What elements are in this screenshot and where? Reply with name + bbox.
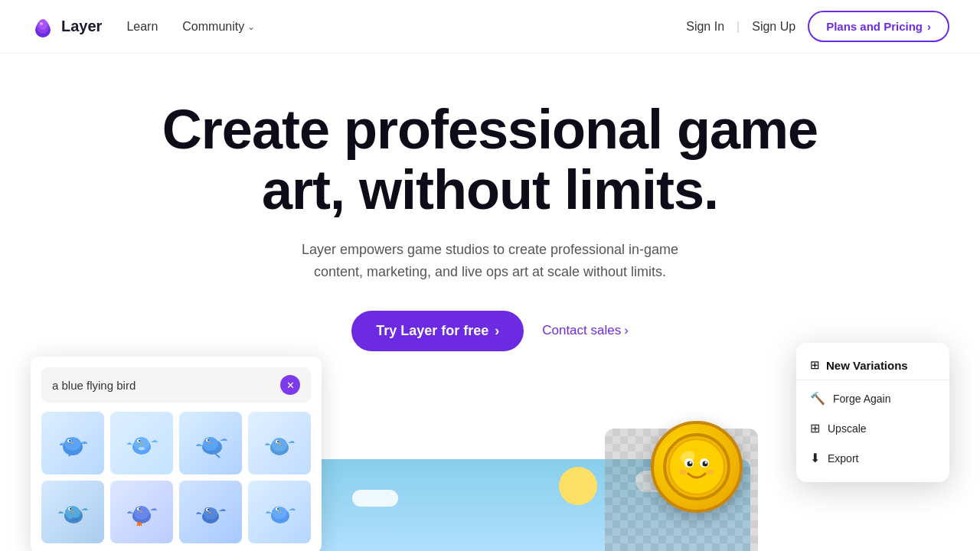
svg-point-14 xyxy=(139,440,140,442)
sign-up-link[interactable]: Sign Up xyxy=(752,20,795,34)
upscale-icon: ⊞ xyxy=(810,421,820,435)
nav-right: Sign In | Sign Up Plans and Pricing › xyxy=(686,11,949,42)
upscale-label: Upscale xyxy=(828,422,867,435)
sun xyxy=(559,467,597,505)
logo-text: Layer xyxy=(61,18,102,35)
svg-point-52 xyxy=(277,508,279,510)
bird-widget: a blue flying bird ✕ xyxy=(31,357,322,551)
chevron-right-icon-contact: › xyxy=(624,323,629,338)
coin-character xyxy=(651,421,743,513)
search-bar: a blue flying bird ✕ xyxy=(41,367,311,403)
forge-icon: 🔨 xyxy=(810,391,825,406)
context-menu-header: ⊞ New Variations xyxy=(796,352,949,380)
nav-community-link[interactable]: Community ⌄ xyxy=(182,20,255,34)
arrow-right-icon: › xyxy=(495,323,499,339)
svg-point-33 xyxy=(70,508,71,510)
hero-ctas: Try Layer for free › Contact sales › xyxy=(351,311,629,351)
bird-cell-8[interactable] xyxy=(248,481,311,543)
context-menu-title: New Variations xyxy=(826,359,908,372)
hero-subtitle: Layer empowers game studios to create pr… xyxy=(276,239,704,283)
bird-cell-5[interactable] xyxy=(41,481,104,543)
navbar: Layer Learn Community ⌄ Sign In | Sign U… xyxy=(0,0,980,54)
contact-sales-link[interactable]: Contact sales › xyxy=(542,323,629,338)
bird-cell-4[interactable] xyxy=(248,412,311,474)
svg-point-27 xyxy=(277,441,279,442)
nav-left: Layer Learn Community ⌄ xyxy=(31,15,255,39)
forge-again-item[interactable]: 🔨 Forge Again xyxy=(796,383,949,413)
svg-point-2 xyxy=(38,19,47,30)
upscale-item[interactable]: ⊞ Upscale xyxy=(796,413,949,443)
cloud-2 xyxy=(352,490,398,507)
svg-point-21 xyxy=(207,439,209,441)
svg-point-63 xyxy=(679,470,687,474)
svg-point-64 xyxy=(707,470,714,474)
svg-point-62 xyxy=(705,461,707,464)
svg-point-46 xyxy=(207,509,209,510)
svg-point-55 xyxy=(669,439,724,494)
chevron-down-icon: ⌄ xyxy=(247,21,255,32)
nav-divider: | xyxy=(737,20,740,34)
svg-point-8 xyxy=(69,440,70,442)
logo-icon xyxy=(31,15,55,39)
bird-cell-2[interactable] xyxy=(110,412,173,474)
svg-point-3 xyxy=(40,22,43,25)
forge-again-label: Forge Again xyxy=(833,393,891,405)
new-variations-icon: ⊞ xyxy=(810,358,820,372)
logo[interactable]: Layer xyxy=(31,15,102,39)
bird-cell-1[interactable] xyxy=(41,412,104,474)
search-close-button[interactable]: ✕ xyxy=(280,375,300,395)
svg-point-16 xyxy=(139,447,145,450)
try-free-button[interactable]: Try Layer for free › xyxy=(351,311,524,351)
export-label: Export xyxy=(828,452,858,465)
plans-pricing-button[interactable]: Plans and Pricing › xyxy=(808,11,949,42)
nav-learn-link[interactable]: Learn xyxy=(126,20,158,34)
svg-point-35 xyxy=(71,517,79,520)
sign-in-link[interactable]: Sign In xyxy=(686,20,724,34)
bird-cell-7[interactable] xyxy=(179,481,242,543)
bird-cell-3[interactable] xyxy=(179,412,242,474)
hero-title: Create professional game art, without li… xyxy=(161,99,819,220)
context-menu: ⊞ New Variations 🔨 Forge Again ⊞ Upscale… xyxy=(796,343,949,482)
svg-point-61 xyxy=(690,461,692,464)
bird-grid xyxy=(41,412,311,543)
chevron-right-icon: › xyxy=(927,20,931,33)
coin-character-area xyxy=(651,421,743,513)
hero-section: Create professional game art, without li… xyxy=(0,54,980,551)
search-query-text: a blue flying bird xyxy=(52,379,136,392)
svg-point-40 xyxy=(139,508,140,510)
bird-cell-6[interactable] xyxy=(110,481,173,543)
export-item[interactable]: ⬇ Export xyxy=(796,443,949,473)
export-icon: ⬇ xyxy=(810,451,820,465)
